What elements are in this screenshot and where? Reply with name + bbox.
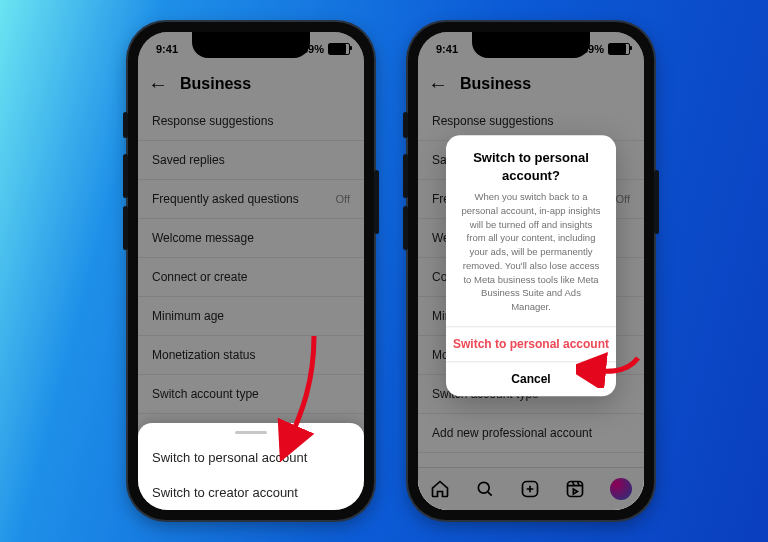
dialog-confirm-button[interactable]: Switch to personal account [446, 326, 616, 361]
phone-side-button [654, 170, 659, 234]
phone-notch [472, 32, 590, 58]
phone-side-button [123, 206, 128, 250]
phone-screen: 9:41 89% ← Business Response suggestions… [138, 32, 364, 510]
sheet-option-personal[interactable]: Switch to personal account [138, 440, 364, 475]
phone-side-button [123, 154, 128, 198]
phone-side-button [374, 170, 379, 234]
dialog-cancel-button[interactable]: Cancel [446, 361, 616, 396]
phone-mockup-2: 9:41 89% ← Business Response suggestions… [408, 22, 654, 520]
phone-side-button [403, 206, 408, 250]
dialog-title: Switch to personal account? [446, 135, 616, 190]
phone-side-button [403, 112, 408, 138]
sheet-option-creator[interactable]: Switch to creator account [138, 475, 364, 510]
confirm-dialog: Switch to personal account? When you swi… [446, 135, 616, 396]
phone-screen: 9:41 89% ← Business Response suggestions… [418, 32, 644, 510]
action-sheet: Switch to personal account Switch to cre… [138, 423, 364, 510]
phone-side-button [123, 112, 128, 138]
tutorial-image: 9:41 89% ← Business Response suggestions… [0, 0, 768, 542]
sheet-grabber[interactable] [235, 431, 267, 434]
phone-notch [192, 32, 310, 58]
phone-mockup-1: 9:41 89% ← Business Response suggestions… [128, 22, 374, 520]
dialog-body: When you switch back to a personal accou… [446, 190, 616, 326]
phone-side-button [403, 154, 408, 198]
